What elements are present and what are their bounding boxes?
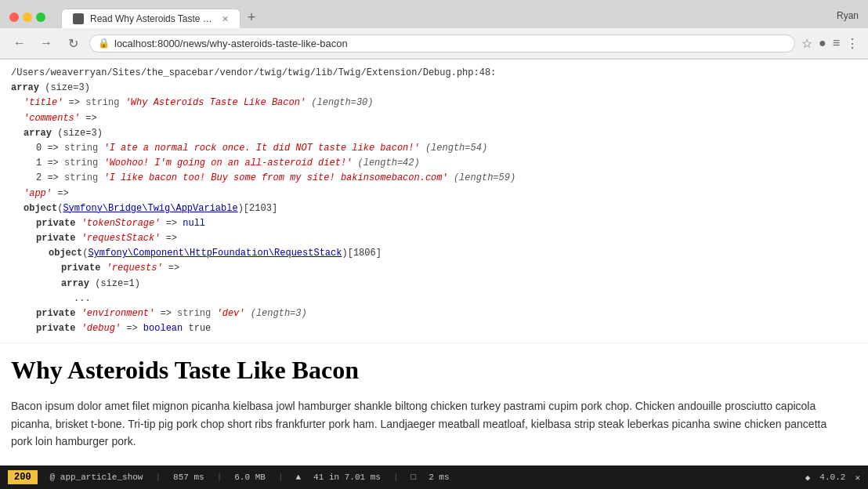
user-name: Ryan <box>837 10 859 24</box>
debug-output: /Users/weaverryan/Sites/the_spacebar/ven… <box>0 60 868 343</box>
debug-line-0: array (size=3) <box>11 81 857 96</box>
address-bar[interactable]: 🔒 localhost:8000/news/why-asteroids-tast… <box>89 34 795 53</box>
db-queries-icon: ▲ <box>295 473 301 482</box>
debug-line-16: private 'debug' => boolean true <box>36 321 857 336</box>
debug-line-5: 1 => string 'Woohoo! I'm going on an all… <box>36 156 857 171</box>
bookmark-icon[interactable]: ☆ <box>801 36 812 51</box>
debug-line-8: object(Symfony\Bridge\Twig\AppVariable)[… <box>24 201 857 216</box>
db-queries: 41 in 7.01 ms <box>313 473 381 482</box>
close-status-icon[interactable]: ✕ <box>855 473 860 483</box>
debug-line-14: ... <box>74 292 857 306</box>
memory-size: 6.0 MB <box>234 473 266 482</box>
tab-close-icon[interactable]: ✕ <box>222 14 229 24</box>
traffic-lights <box>9 13 45 22</box>
debug-line-1: 'title' => string 'Why Asteroids Taste L… <box>24 96 857 110</box>
status-right: ◆ 4.0.2 ✕ <box>805 473 860 483</box>
profiler-icon: □ <box>411 473 417 482</box>
debug-line-9: private 'tokenStorage' => null <box>36 216 857 231</box>
status-bar: 200 @ app_article_show | 857 ms | 6.0 MB… <box>0 465 868 489</box>
symfony-logo-icon: ◆ <box>805 473 811 483</box>
back-button[interactable]: ← <box>9 33 30 53</box>
browser-toolbar: ← → ↻ 🔒 localhost:8000/news/why-asteroid… <box>0 28 868 59</box>
debug-file-path: /Users/weaverryan/Sites/the_spacebar/ven… <box>11 66 857 81</box>
route-name: @ app_article_show <box>50 473 143 482</box>
http-status-code: 200 <box>8 470 38 484</box>
debug-line-7: 'app' => <box>24 187 857 201</box>
refresh-button[interactable]: ↻ <box>63 33 83 53</box>
menu-icon[interactable]: ⋮ <box>846 36 859 51</box>
minimize-button[interactable] <box>23 13 32 22</box>
response-time: 857 ms <box>173 473 204 482</box>
extensions-icon[interactable]: ● <box>819 36 826 50</box>
profiler-time: 2 ms <box>429 473 449 482</box>
forward-button[interactable]: → <box>36 33 56 53</box>
tab-title: Read Why Asteroids Taste Like… <box>90 13 215 24</box>
toolbar-icons: ☆ ● ≡ ⋮ <box>801 36 859 51</box>
close-button[interactable] <box>9 13 19 22</box>
browser-chrome: Read Why Asteroids Taste Like… ✕ + Ryan … <box>0 0 868 60</box>
debug-line-2: 'comments' => <box>24 111 857 126</box>
debug-line-3: array (size=3) <box>24 126 857 141</box>
article-paragraph-0: Bacon ipsum dolor amet filet mignon pica… <box>11 397 851 450</box>
debug-line-12: private 'requests' => <box>61 261 857 276</box>
debug-line-4: 0 => string 'I ate a normal rock once. I… <box>36 141 857 156</box>
lock-icon: 🔒 <box>98 38 110 49</box>
maximize-button[interactable] <box>36 13 45 22</box>
tab-favicon-icon <box>73 13 84 24</box>
new-tab-button[interactable]: + <box>241 6 262 28</box>
debug-line-10: private 'requestStack' => <box>36 231 857 246</box>
layers-icon[interactable]: ≡ <box>833 36 840 50</box>
debug-line-6: 2 => string 'I like bacon too! Buy some … <box>36 171 857 186</box>
url-text: localhost:8000/news/why-asteroids-taste-… <box>114 38 787 49</box>
tab-bar: Read Why Asteroids Taste Like… ✕ + <box>61 6 830 28</box>
debug-line-11: object(Symfony\Component\HttpFoundation\… <box>49 246 857 261</box>
active-tab[interactable]: Read Why Asteroids Taste Like… ✕ <box>61 9 241 28</box>
title-bar: Read Why Asteroids Taste Like… ✕ + Ryan <box>0 0 868 28</box>
article-title: Why Asteroids Taste Like Bacon <box>11 356 851 385</box>
debug-line-15: private 'environment' => string 'dev' (l… <box>36 306 857 321</box>
symfony-version: 4.0.2 <box>819 473 845 482</box>
debug-line-13: array (size=1) <box>61 277 857 292</box>
